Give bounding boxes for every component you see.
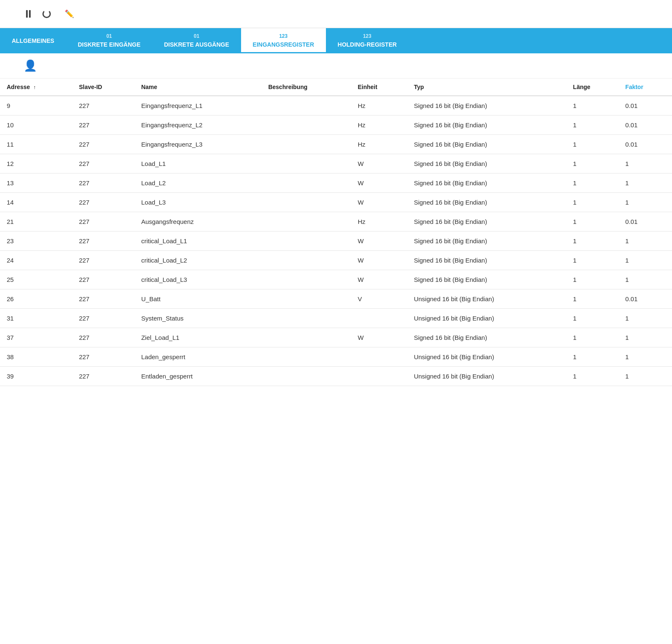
cell-laenge: 1 <box>566 231 618 250</box>
cell-faktor: 0.01 <box>619 289 672 308</box>
cell-slave-id: 227 <box>72 270 134 289</box>
cell-name: critical_Load_L3 <box>134 270 261 289</box>
table-row[interactable]: 11227Eingangsfrequenz_L3HzSigned 16 bit … <box>0 134 672 154</box>
table-row[interactable]: 38227Laden_gesperrtUnsigned 16 bit (Big … <box>0 347 672 366</box>
col-header-beschreibung: Beschreibung <box>262 79 351 96</box>
cell-beschreibung <box>262 212 351 231</box>
tab-eingangsregister[interactable]: 123EINGANGSREGISTER <box>241 28 326 53</box>
tab-diskrete-eingaenge[interactable]: 01DISKRETE EINGÄNGE <box>66 28 152 53</box>
cell-name: Eingangsfrequenz_L1 <box>134 96 261 116</box>
cell-einheit: W <box>351 250 407 270</box>
cell-slave-id: 227 <box>72 289 134 308</box>
table-row[interactable]: 14227Load_L3WSigned 16 bit (Big Endian)1… <box>0 192 672 212</box>
edit-icon[interactable]: ✏️ <box>65 9 74 18</box>
cell-faktor: 1 <box>619 328 672 347</box>
table-container: Adresse ↑Slave-IDNameBeschreibungEinheit… <box>0 79 672 386</box>
cell-slave-id: 227 <box>72 173 134 192</box>
cell-slave-id: 227 <box>72 212 134 231</box>
table-row[interactable]: 13227Load_L2WSigned 16 bit (Big Endian)1… <box>0 173 672 192</box>
cell-typ: Signed 16 bit (Big Endian) <box>407 115 566 134</box>
cell-faktor: 1 <box>619 366 672 386</box>
cell-einheit: Hz <box>351 134 407 154</box>
cell-faktor: 1 <box>619 173 672 192</box>
cell-name: critical_Load_L2 <box>134 250 261 270</box>
cell-typ: Signed 16 bit (Big Endian) <box>407 96 566 116</box>
table-row[interactable]: 23227critical_Load_L1WSigned 16 bit (Big… <box>0 231 672 250</box>
cell-adresse: 26 <box>0 289 72 308</box>
table-row[interactable]: 26227U_BattVUnsigned 16 bit (Big Endian)… <box>0 289 672 308</box>
col-header-laenge: Länge <box>566 79 618 96</box>
cell-name: Laden_gesperrt <box>134 347 261 366</box>
cell-typ: Signed 16 bit (Big Endian) <box>407 270 566 289</box>
cell-einheit <box>351 308 407 328</box>
table-row[interactable]: 21227AusgangsfrequenzHzSigned 16 bit (Bi… <box>0 212 672 231</box>
cell-name: Load_L1 <box>134 154 261 173</box>
col-header-name: Name <box>134 79 261 96</box>
cell-slave-id: 227 <box>72 115 134 134</box>
tab-allgemeines[interactable]: ALLGEMEINES <box>0 28 66 53</box>
cell-slave-id: 227 <box>72 366 134 386</box>
cell-adresse: 10 <box>0 115 72 134</box>
cell-name: Eingangsfrequenz_L3 <box>134 134 261 154</box>
cell-adresse: 12 <box>0 154 72 173</box>
cell-einheit: Hz <box>351 115 407 134</box>
cell-laenge: 1 <box>566 154 618 173</box>
cell-slave-id: 227 <box>72 192 134 212</box>
cell-name: Eingangsfrequenz_L2 <box>134 115 261 134</box>
tab-holding-register[interactable]: 123HOLDING-REGISTER <box>326 28 409 53</box>
cell-typ: Unsigned 16 bit (Big Endian) <box>407 308 566 328</box>
cell-beschreibung <box>262 250 351 270</box>
tab-label-eingangsregister: EINGANGSREGISTER <box>253 41 314 48</box>
cell-adresse: 9 <box>0 96 72 116</box>
cell-adresse: 38 <box>0 347 72 366</box>
cell-adresse: 25 <box>0 270 72 289</box>
cell-typ: Signed 16 bit (Big Endian) <box>407 250 566 270</box>
table-row[interactable]: 31227System_StatusUnsigned 16 bit (Big E… <box>0 308 672 328</box>
cell-adresse: 14 <box>0 192 72 212</box>
cell-einheit <box>351 366 407 386</box>
table-row[interactable]: 12227Load_L1WSigned 16 bit (Big Endian)1… <box>0 154 672 173</box>
cell-name: critical_Load_L1 <box>134 231 261 250</box>
cell-adresse: 11 <box>0 134 72 154</box>
table-row[interactable]: 25227critical_Load_L3WSigned 16 bit (Big… <box>0 270 672 289</box>
col-header-adresse[interactable]: Adresse ↑ <box>0 79 72 96</box>
table-row[interactable]: 9227Eingangsfrequenz_L1HzSigned 16 bit (… <box>0 96 672 116</box>
cell-faktor: 1 <box>619 250 672 270</box>
cell-laenge: 1 <box>566 289 618 308</box>
cell-beschreibung <box>262 173 351 192</box>
tab-label-allgemeines: ALLGEMEINES <box>12 37 54 45</box>
cell-faktor: 1 <box>619 347 672 366</box>
cell-einheit: Hz <box>351 96 407 116</box>
cell-laenge: 1 <box>566 96 618 116</box>
table-row[interactable]: 24227critical_Load_L2WSigned 16 bit (Big… <box>0 250 672 270</box>
pause-button[interactable] <box>22 8 34 20</box>
table-row[interactable]: 37227Ziel_Load_L1WSigned 16 bit (Big End… <box>0 328 672 347</box>
cell-faktor: 0.01 <box>619 115 672 134</box>
table-row[interactable]: 39227Entladen_gesperrtUnsigned 16 bit (B… <box>0 366 672 386</box>
cell-slave-id: 227 <box>72 308 134 328</box>
tabs-bar: ALLGEMEINES01DISKRETE EINGÄNGE01DISKRETE… <box>0 28 672 53</box>
refresh-button[interactable] <box>40 8 53 20</box>
cell-einheit: W <box>351 328 407 347</box>
cell-einheit: W <box>351 154 407 173</box>
cell-einheit: W <box>351 192 407 212</box>
cell-typ: Unsigned 16 bit (Big Endian) <box>407 366 566 386</box>
cell-adresse: 31 <box>0 308 72 328</box>
cell-beschreibung <box>262 328 351 347</box>
tab-count-holding-register: 123 <box>363 33 371 40</box>
cell-faktor: 0.01 <box>619 134 672 154</box>
cell-laenge: 1 <box>566 308 618 328</box>
cell-einheit: V <box>351 289 407 308</box>
cell-name: Entladen_gesperrt <box>134 366 261 386</box>
cell-laenge: 1 <box>566 115 618 134</box>
cell-typ: Signed 16 bit (Big Endian) <box>407 192 566 212</box>
cell-beschreibung <box>262 270 351 289</box>
tab-diskrete-ausgaenge[interactable]: 01DISKRETE AUSGÄNGE <box>152 28 241 53</box>
cell-beschreibung <box>262 231 351 250</box>
cell-slave-id: 227 <box>72 250 134 270</box>
table-row[interactable]: 10227Eingangsfrequenz_L2HzSigned 16 bit … <box>0 115 672 134</box>
cell-typ: Signed 16 bit (Big Endian) <box>407 231 566 250</box>
person-icon[interactable]: 👤 <box>24 59 37 72</box>
toolbar: 👤 <box>0 53 672 79</box>
tab-count-diskrete-ausgaenge: 01 <box>194 33 199 40</box>
